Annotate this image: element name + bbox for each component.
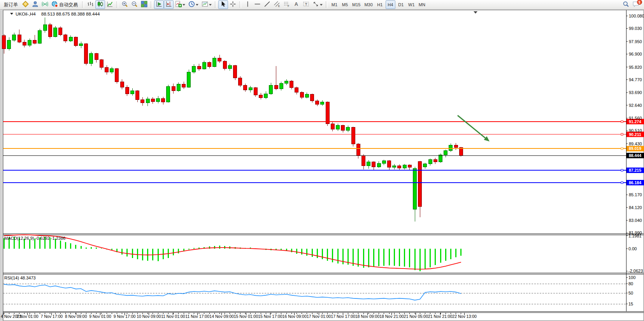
candle-body (351, 127, 355, 144)
cursor-icon (220, 1, 226, 9)
horizontal-line-button[interactable] (253, 0, 262, 9)
candle-body (223, 61, 226, 69)
globe-icon (51, 1, 58, 9)
signal-button[interactable] (40, 0, 50, 9)
date-label: 15 Nov 01:00 (234, 314, 258, 319)
template-icon (202, 1, 208, 9)
candle-body (100, 59, 103, 67)
hline-handle[interactable] (621, 169, 623, 171)
timeframe-button-M5[interactable]: M5 (340, 0, 350, 9)
bar-chart-button[interactable] (86, 0, 95, 9)
indicators-button[interactable] (174, 0, 187, 9)
candle-body (233, 65, 237, 78)
macd-bar (111, 249, 112, 250)
vertical-line-button[interactable] (243, 0, 253, 9)
candle-body (367, 162, 370, 166)
label-icon: T (303, 1, 309, 9)
auto-scroll-button[interactable] (154, 0, 164, 9)
candle-body (239, 78, 242, 85)
hline-handle[interactable] (621, 133, 623, 135)
hline-price-label-text: 87.215 (629, 168, 641, 173)
candle-body (228, 65, 232, 68)
text-button[interactable]: A (291, 0, 301, 9)
candle-body (64, 35, 67, 41)
chevron-down-icon (196, 2, 198, 7)
candle-body (398, 166, 401, 168)
candle-body (177, 84, 180, 91)
candle-body (156, 98, 160, 101)
zoom-in-button[interactable] (120, 0, 130, 9)
hline-handle[interactable] (621, 120, 623, 122)
autotrade-button[interactable]: 自动交易 (50, 0, 81, 9)
cursor-button[interactable] (218, 0, 228, 9)
channel-icon: E (274, 1, 280, 9)
candle (59, 26, 62, 36)
candle-body (131, 91, 134, 94)
gold-diamond-button[interactable] (21, 0, 30, 9)
macd-bar (414, 249, 416, 270)
search-button[interactable] (621, 0, 631, 9)
date-label: 9 Nov 17:00 (114, 314, 136, 319)
date-label: 10 Nov 09:00 (137, 314, 161, 319)
channel-button[interactable]: E (272, 0, 282, 9)
toolbar-separator (82, 2, 84, 8)
new-order-button[interactable]: 新订单 (1, 0, 21, 9)
candle (439, 154, 442, 162)
template-button[interactable] (200, 0, 213, 9)
macd-bar (301, 249, 302, 255)
date-label: 15 Nov 17:00 (258, 314, 283, 319)
candle (84, 43, 88, 65)
candle-body (300, 92, 304, 97)
chat-button[interactable]: 1 (631, 0, 641, 9)
text-icon: A (293, 1, 300, 9)
macd-bar (101, 248, 102, 249)
date-label: 21 Nov 05:00 (404, 314, 428, 319)
hline-handle[interactable] (621, 181, 623, 183)
candlestick-chart-button[interactable] (95, 0, 105, 9)
candle-body (197, 66, 201, 69)
zoom-out-button[interactable] (130, 0, 139, 9)
timeframe-button-H1[interactable]: H1 (375, 0, 385, 9)
candle-body (213, 58, 216, 67)
candle-body (192, 66, 196, 72)
timeframe-button-H4[interactable]: H4 (386, 0, 395, 9)
toolbar-separator (239, 2, 241, 8)
macd-bar (455, 249, 456, 257)
tile-windows-button[interactable] (139, 0, 149, 9)
hline-handle[interactable] (621, 148, 623, 150)
macd-bar (322, 249, 323, 259)
timeframe-button-D1[interactable]: D1 (396, 0, 406, 9)
fibonacci-button[interactable]: F (282, 0, 291, 9)
macd-bar (214, 246, 215, 249)
timeframe-button-M30[interactable]: M30 (363, 0, 374, 9)
macd-bar (460, 249, 462, 256)
price-tick-label: 85.170 (629, 192, 642, 197)
arrows-button[interactable] (311, 0, 324, 9)
trendline-button[interactable] (262, 0, 272, 9)
candle-body (336, 126, 340, 129)
label-button[interactable]: T (301, 0, 311, 9)
chart-shift-button[interactable] (164, 0, 174, 9)
candle-body (136, 91, 139, 99)
candle-body (321, 102, 324, 105)
timeframe-button-M15[interactable]: M15 (351, 0, 362, 9)
profile-button[interactable] (30, 0, 40, 9)
price-tick-label: 89.430 (629, 141, 642, 146)
candle-body (43, 25, 47, 31)
line-chart-button[interactable] (105, 0, 115, 9)
macd-bar (173, 249, 174, 255)
current-price-label-text: 88.444 (629, 153, 641, 158)
macd-bar (450, 249, 451, 259)
candle-body (433, 160, 437, 162)
timeframe-button-M1[interactable]: M1 (330, 0, 339, 9)
timeframe-button-MN[interactable]: MN (417, 0, 427, 9)
candle (187, 70, 191, 87)
timeframe-button-W1[interactable]: W1 (407, 0, 416, 9)
price-tick-label: 96.900 (629, 52, 642, 56)
candle-body (84, 44, 88, 64)
indicators-icon (175, 1, 182, 9)
periods-button[interactable] (187, 0, 200, 9)
macd-bar (368, 249, 369, 267)
candle-body (95, 54, 98, 59)
crosshair-button[interactable] (228, 0, 238, 9)
